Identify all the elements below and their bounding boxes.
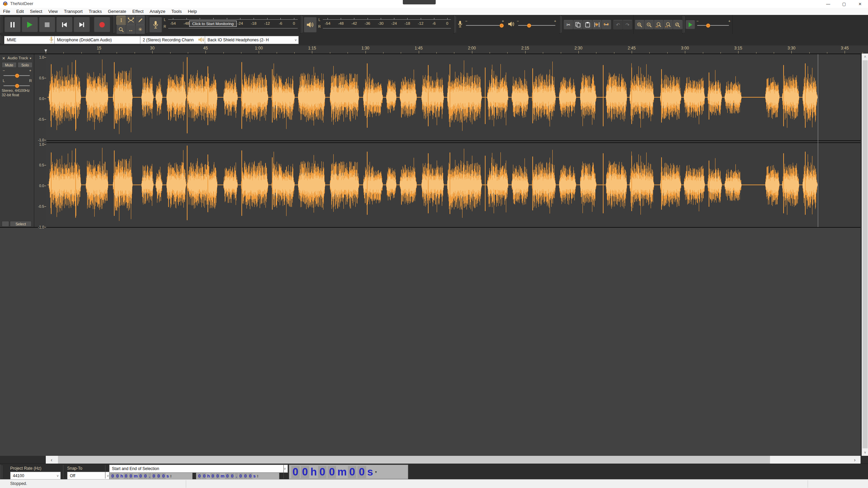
stop-button[interactable] xyxy=(39,17,55,32)
time-digit[interactable]: s xyxy=(253,473,256,479)
time-digit[interactable]: 0 xyxy=(111,473,115,479)
project-rate-select[interactable]: 44100 ˅ xyxy=(10,472,61,480)
zoom-tool-button[interactable] xyxy=(116,25,126,34)
menu-item-transport[interactable]: Transport xyxy=(61,8,85,15)
time-digit[interactable]: 0 xyxy=(357,466,366,478)
toolbar-grip[interactable] xyxy=(301,16,303,33)
toolbar-grip[interactable] xyxy=(454,16,456,33)
time-digit[interactable]: m xyxy=(220,473,225,479)
time-digit[interactable]: 0 xyxy=(115,473,119,479)
copy-button[interactable] xyxy=(573,20,583,29)
time-digit[interactable]: 0 xyxy=(202,473,206,479)
skip-to-end-button[interactable] xyxy=(74,17,90,32)
time-digit[interactable]: 0 xyxy=(291,466,300,478)
fit-selection-button[interactable] xyxy=(654,20,664,29)
playhead-marker[interactable] xyxy=(44,49,47,52)
recording-meter-toolbar[interactable]: L R -54-48-42-36-30-24-18-12-60Click to … xyxy=(146,15,301,34)
zoom-toggle-button[interactable] xyxy=(673,20,683,29)
menu-item-analyze[interactable]: Analyze xyxy=(146,8,168,15)
horizontal-scrollbar-thumb[interactable] xyxy=(58,456,770,464)
pause-button[interactable] xyxy=(4,17,21,32)
audio-host-select[interactable]: MME ˅ xyxy=(4,36,55,44)
audio-position-display[interactable]: 00h00m00s▾ xyxy=(289,465,408,479)
recording-channels-select[interactable]: 2 (Stereo) Recording Chann ˅ xyxy=(140,36,206,44)
redo-button[interactable]: ↷ xyxy=(623,20,632,29)
time-digit[interactable]: 0 xyxy=(225,473,229,479)
gain-slider[interactable] xyxy=(3,75,30,76)
time-digit[interactable]: 0 xyxy=(197,473,201,479)
scroll-up-icon[interactable]: ˄ xyxy=(862,54,868,60)
envelope-tool-button[interactable] xyxy=(126,16,136,25)
menu-item-select[interactable]: Select xyxy=(27,8,45,15)
track-close-button[interactable]: ✕ xyxy=(2,56,5,61)
recording-volume-thumb[interactable] xyxy=(499,23,504,28)
playback-volume-thumb[interactable] xyxy=(527,23,531,28)
toolbar-grip[interactable] xyxy=(0,36,2,44)
menu-item-tracks[interactable]: Tracks xyxy=(86,8,105,15)
cut-button[interactable]: ✂ xyxy=(564,20,573,29)
time-digit[interactable]: 0 xyxy=(152,473,156,479)
time-shift-tool-button[interactable]: ↔ xyxy=(126,25,136,34)
time-digit[interactable]: 0 xyxy=(143,473,147,479)
undo-button[interactable]: ↶ xyxy=(613,20,623,29)
time-digit[interactable]: . xyxy=(235,473,238,479)
toolbar-grip[interactable] xyxy=(683,16,685,33)
time-digit[interactable]: 0 xyxy=(138,473,142,479)
maximize-button[interactable]: ▢ xyxy=(836,0,852,8)
time-digit[interactable]: 0 xyxy=(161,473,165,479)
mute-button[interactable]: Mute xyxy=(2,62,17,68)
time-digit[interactable]: 0 xyxy=(216,473,220,479)
time-digit[interactable]: h xyxy=(310,466,318,478)
menu-item-help[interactable]: Help xyxy=(185,8,200,15)
time-digit[interactable]: 0 xyxy=(318,466,327,478)
scroll-down-icon[interactable]: ˅ xyxy=(862,449,868,456)
menu-item-generate[interactable]: Generate xyxy=(105,8,129,15)
menu-item-effect[interactable]: Effect xyxy=(129,8,146,15)
toolbar-grip[interactable] xyxy=(113,16,115,33)
scroll-left-icon[interactable]: ‹ xyxy=(46,456,57,464)
time-digit[interactable]: 0 xyxy=(301,466,309,478)
time-digit[interactable]: 0 xyxy=(124,473,128,479)
vertical-ruler[interactable]: 1.00.50.0-0.5-1.01.00.50.0-0.5-1.0 xyxy=(34,54,47,227)
skip-to-start-button[interactable] xyxy=(56,17,73,32)
time-digit[interactable]: 0 xyxy=(230,473,234,479)
play-speed-slider[interactable] xyxy=(697,25,729,26)
time-digit[interactable]: 0 xyxy=(328,466,336,478)
playback-volume-slider[interactable] xyxy=(518,25,555,26)
paste-button[interactable] xyxy=(583,20,592,29)
collapse-button[interactable] xyxy=(2,221,9,227)
time-digit[interactable]: s xyxy=(367,466,374,478)
time-digit[interactable]: h xyxy=(120,473,123,479)
vertical-scrollbar[interactable]: ˄ ˅ xyxy=(862,54,868,456)
play-button[interactable] xyxy=(22,17,38,32)
record-button[interactable] xyxy=(94,17,110,32)
toolbar-grip[interactable] xyxy=(0,16,2,33)
menu-item-tools[interactable]: Tools xyxy=(169,8,185,15)
waveform-right-channel[interactable] xyxy=(46,143,861,227)
menu-item-file[interactable]: File xyxy=(0,8,13,15)
monitoring-tooltip[interactable]: Click to Start Monitoring xyxy=(189,21,237,27)
time-digit[interactable]: 0 xyxy=(129,473,133,479)
time-digit[interactable]: 0 xyxy=(243,473,248,479)
menu-item-view[interactable]: View xyxy=(45,8,61,15)
gain-thumb[interactable] xyxy=(15,74,19,78)
multi-tool-button[interactable]: ✳ xyxy=(135,25,145,34)
close-button[interactable]: ✕ xyxy=(852,0,868,8)
solo-button[interactable]: Solo xyxy=(18,62,33,68)
timeline-ruler[interactable]: 1530451:001:151:301:452:002:152:302:453:… xyxy=(0,45,868,54)
time-digit[interactable]: 0 xyxy=(211,473,215,479)
recording-volume-slider[interactable] xyxy=(466,25,504,26)
draw-tool-button[interactable] xyxy=(135,16,145,25)
recording-meter-mic-button[interactable] xyxy=(149,17,162,33)
selection-tool-button[interactable]: I xyxy=(116,16,126,25)
silence-audio-button[interactable] xyxy=(601,20,611,29)
time-digit[interactable]: . xyxy=(148,473,151,479)
play-at-speed-button[interactable] xyxy=(686,20,695,29)
time-digit[interactable]: 0 xyxy=(239,473,243,479)
time-digit[interactable]: m xyxy=(337,466,348,478)
time-digit[interactable]: 0 xyxy=(157,473,161,479)
time-digit[interactable]: h xyxy=(206,473,210,479)
selection-start-field[interactable]: 00h00m00.000s▴▾ xyxy=(109,472,193,480)
snap-to-select[interactable]: Off ˅ xyxy=(67,472,111,480)
waveform-left-channel[interactable] xyxy=(46,54,861,140)
